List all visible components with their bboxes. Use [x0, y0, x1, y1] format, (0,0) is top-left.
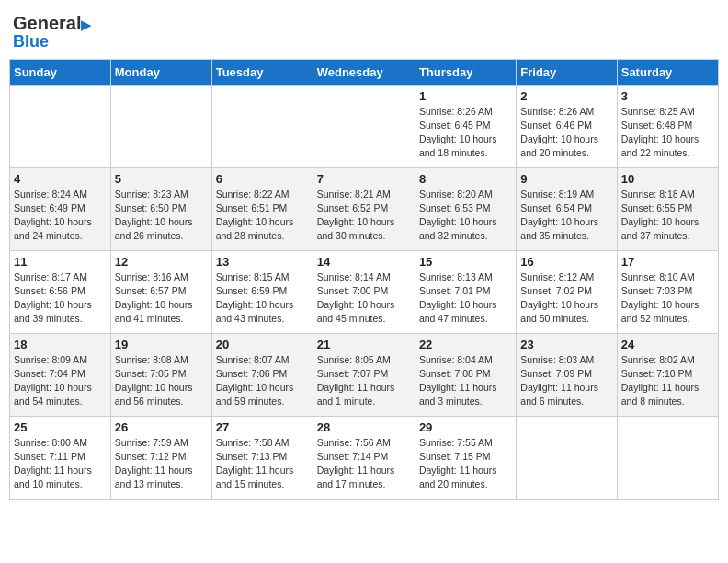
- day-cell: [313, 85, 415, 167]
- day-number: 3: [621, 89, 714, 103]
- day-cell: 1Sunrise: 8:26 AM Sunset: 6:45 PM Daylig…: [415, 85, 516, 167]
- day-cell: 10Sunrise: 8:18 AM Sunset: 6:55 PM Dayli…: [617, 167, 718, 250]
- day-info: Sunrise: 8:10 AM Sunset: 7:03 PM Dayligh…: [621, 270, 714, 327]
- week-row-2: 4Sunrise: 8:24 AM Sunset: 6:49 PM Daylig…: [10, 167, 719, 250]
- day-cell: 6Sunrise: 8:22 AM Sunset: 6:51 PM Daylig…: [211, 167, 313, 250]
- weekday-header-sunday: Sunday: [10, 59, 111, 85]
- day-number: 16: [520, 255, 612, 269]
- day-number: 11: [14, 255, 107, 269]
- day-info: Sunrise: 7:58 AM Sunset: 7:13 PM Dayligh…: [216, 436, 309, 492]
- day-info: Sunrise: 8:13 AM Sunset: 7:01 PM Dayligh…: [419, 270, 512, 327]
- day-cell: 19Sunrise: 8:08 AM Sunset: 7:05 PM Dayli…: [110, 333, 211, 416]
- weekday-header-saturday: Saturday: [617, 59, 718, 85]
- day-info: Sunrise: 8:08 AM Sunset: 7:05 PM Dayligh…: [115, 353, 208, 409]
- day-number: 20: [216, 338, 309, 351]
- day-cell: [110, 85, 211, 167]
- day-number: 26: [115, 420, 208, 434]
- day-cell: 20Sunrise: 8:07 AM Sunset: 7:06 PM Dayli…: [211, 333, 313, 416]
- calendar-table: SundayMondayTuesdayWednesdayThursdayFrid…: [9, 59, 719, 500]
- day-number: 29: [419, 420, 512, 434]
- day-info: Sunrise: 7:56 AM Sunset: 7:14 PM Dayligh…: [317, 436, 411, 492]
- day-cell: 23Sunrise: 8:03 AM Sunset: 7:09 PM Dayli…: [517, 333, 617, 416]
- day-cell: 22Sunrise: 8:04 AM Sunset: 7:08 PM Dayli…: [415, 333, 516, 416]
- day-cell: 25Sunrise: 8:00 AM Sunset: 7:11 PM Dayli…: [10, 416, 111, 499]
- weekday-header-wednesday: Wednesday: [313, 59, 415, 85]
- day-cell: 17Sunrise: 8:10 AM Sunset: 7:03 PM Dayli…: [617, 250, 718, 333]
- day-number: 8: [419, 172, 512, 186]
- week-row-1: 1Sunrise: 8:26 AM Sunset: 6:45 PM Daylig…: [10, 85, 719, 167]
- day-info: Sunrise: 8:15 AM Sunset: 6:59 PM Dayligh…: [216, 270, 309, 327]
- day-number: 25: [14, 420, 107, 434]
- day-info: Sunrise: 8:24 AM Sunset: 6:49 PM Dayligh…: [14, 188, 107, 244]
- day-number: 23: [520, 338, 612, 351]
- day-info: Sunrise: 8:18 AM Sunset: 6:55 PM Dayligh…: [621, 188, 714, 244]
- day-info: Sunrise: 8:14 AM Sunset: 7:00 PM Dayligh…: [317, 270, 411, 327]
- day-cell: 26Sunrise: 7:59 AM Sunset: 7:12 PM Dayli…: [110, 416, 211, 499]
- day-cell: [517, 416, 617, 499]
- day-cell: 8Sunrise: 8:20 AM Sunset: 6:53 PM Daylig…: [415, 167, 516, 250]
- day-info: Sunrise: 8:12 AM Sunset: 7:02 PM Dayligh…: [520, 270, 612, 327]
- day-cell: [617, 416, 718, 499]
- day-cell: 21Sunrise: 8:05 AM Sunset: 7:07 PM Dayli…: [313, 333, 415, 416]
- logo-general: General▶: [13, 13, 91, 33]
- day-number: 6: [216, 172, 309, 186]
- day-info: Sunrise: 8:25 AM Sunset: 6:48 PM Dayligh…: [621, 105, 714, 161]
- day-number: 28: [317, 420, 411, 434]
- logo-container: General▶ Blue: [13, 13, 91, 52]
- day-cell: 2Sunrise: 8:26 AM Sunset: 6:46 PM Daylig…: [517, 85, 617, 167]
- day-info: Sunrise: 8:17 AM Sunset: 6:56 PM Dayligh…: [14, 270, 107, 327]
- day-info: Sunrise: 8:04 AM Sunset: 7:08 PM Dayligh…: [419, 353, 512, 409]
- day-number: 17: [621, 255, 714, 269]
- day-info: Sunrise: 8:23 AM Sunset: 6:50 PM Dayligh…: [115, 188, 208, 244]
- day-cell: 13Sunrise: 8:15 AM Sunset: 6:59 PM Dayli…: [211, 250, 313, 333]
- day-number: 21: [317, 338, 411, 351]
- day-cell: 12Sunrise: 8:16 AM Sunset: 6:57 PM Dayli…: [110, 250, 211, 333]
- day-cell: 16Sunrise: 8:12 AM Sunset: 7:02 PM Dayli…: [517, 250, 617, 333]
- day-cell: 27Sunrise: 7:58 AM Sunset: 7:13 PM Dayli…: [211, 416, 313, 499]
- day-number: 4: [14, 172, 107, 186]
- weekday-header-tuesday: Tuesday: [211, 59, 313, 85]
- day-number: 5: [115, 172, 208, 186]
- day-number: 14: [317, 255, 411, 269]
- day-cell: [10, 85, 111, 167]
- day-info: Sunrise: 8:19 AM Sunset: 6:54 PM Dayligh…: [520, 188, 612, 244]
- day-cell: 5Sunrise: 8:23 AM Sunset: 6:50 PM Daylig…: [110, 167, 211, 250]
- day-info: Sunrise: 7:55 AM Sunset: 7:15 PM Dayligh…: [419, 436, 512, 492]
- day-cell: [211, 85, 313, 167]
- day-cell: 28Sunrise: 7:56 AM Sunset: 7:14 PM Dayli…: [313, 416, 415, 499]
- logo-blue: Blue: [13, 33, 91, 52]
- day-info: Sunrise: 8:16 AM Sunset: 6:57 PM Dayligh…: [115, 270, 208, 327]
- day-cell: 11Sunrise: 8:17 AM Sunset: 6:56 PM Dayli…: [10, 250, 111, 333]
- day-cell: 15Sunrise: 8:13 AM Sunset: 7:01 PM Dayli…: [415, 250, 516, 333]
- week-row-5: 25Sunrise: 8:00 AM Sunset: 7:11 PM Dayli…: [10, 416, 719, 499]
- day-number: 2: [520, 89, 612, 103]
- day-cell: 24Sunrise: 8:02 AM Sunset: 7:10 PM Dayli…: [617, 333, 718, 416]
- week-row-4: 18Sunrise: 8:09 AM Sunset: 7:04 PM Dayli…: [10, 333, 719, 416]
- day-info: Sunrise: 8:21 AM Sunset: 6:52 PM Dayligh…: [317, 188, 411, 244]
- day-number: 12: [115, 255, 208, 269]
- day-number: 10: [621, 172, 714, 186]
- day-number: 13: [216, 255, 309, 269]
- day-number: 24: [621, 338, 714, 351]
- day-info: Sunrise: 8:20 AM Sunset: 6:53 PM Dayligh…: [419, 188, 512, 244]
- day-info: Sunrise: 8:00 AM Sunset: 7:11 PM Dayligh…: [14, 436, 107, 492]
- day-cell: 18Sunrise: 8:09 AM Sunset: 7:04 PM Dayli…: [10, 333, 111, 416]
- day-info: Sunrise: 8:26 AM Sunset: 6:46 PM Dayligh…: [520, 105, 612, 161]
- day-info: Sunrise: 8:09 AM Sunset: 7:04 PM Dayligh…: [14, 353, 107, 409]
- day-cell: 9Sunrise: 8:19 AM Sunset: 6:54 PM Daylig…: [517, 167, 617, 250]
- day-info: Sunrise: 8:05 AM Sunset: 7:07 PM Dayligh…: [317, 353, 411, 409]
- day-number: 1: [419, 89, 512, 103]
- day-number: 7: [317, 172, 411, 186]
- day-cell: 7Sunrise: 8:21 AM Sunset: 6:52 PM Daylig…: [313, 167, 415, 250]
- day-cell: 4Sunrise: 8:24 AM Sunset: 6:49 PM Daylig…: [10, 167, 111, 250]
- day-info: Sunrise: 8:22 AM Sunset: 6:51 PM Dayligh…: [216, 188, 309, 244]
- day-number: 9: [520, 172, 612, 186]
- day-cell: 3Sunrise: 8:25 AM Sunset: 6:48 PM Daylig…: [617, 85, 718, 167]
- header: General▶ Blue: [9, 9, 719, 52]
- day-number: 27: [216, 420, 309, 434]
- weekday-header-thursday: Thursday: [415, 59, 516, 85]
- logo: General▶ Blue: [13, 13, 91, 52]
- day-info: Sunrise: 8:02 AM Sunset: 7:10 PM Dayligh…: [621, 353, 714, 409]
- day-number: 15: [419, 255, 512, 269]
- day-number: 18: [14, 338, 107, 351]
